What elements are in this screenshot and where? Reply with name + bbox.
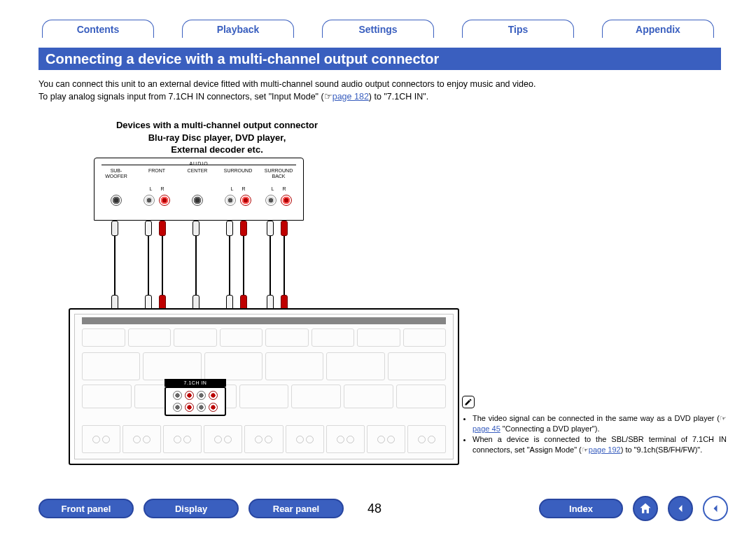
cable-diagram xyxy=(94,221,304,312)
ref-icon: ☞ xyxy=(720,414,727,422)
intro-p2b: ) to "7.1CH IN". xyxy=(369,92,428,102)
jack-center xyxy=(178,195,217,206)
note-1b: "Connecting a DVD player"). xyxy=(500,424,600,433)
rca-jack-red xyxy=(281,195,292,206)
highlight-7ch-label: 7.1CH IN xyxy=(164,379,226,387)
page-title: Connecting a device with a multi-channel… xyxy=(38,48,721,70)
rca-jack-white xyxy=(144,195,155,206)
intro-p1: You can connect this unit to an external… xyxy=(38,78,721,91)
tab-playback[interactable]: Playback xyxy=(182,20,294,38)
rca-jack-white xyxy=(197,403,206,412)
btn-rear-panel[interactable]: Rear panel xyxy=(248,499,344,518)
cable-center xyxy=(176,221,216,312)
lr-r: R xyxy=(282,186,286,191)
page-number: 48 xyxy=(354,501,396,516)
tab-contents[interactable]: Contents xyxy=(42,20,154,38)
col-center: CENTER xyxy=(178,168,217,179)
link-page-192[interactable]: page 192 xyxy=(589,445,621,454)
intro-p2a: To play analog signals input from 7.1CH … xyxy=(38,92,324,102)
cable-surround xyxy=(217,221,256,312)
note-2: When a device is connected to the SBL/SB… xyxy=(472,434,727,455)
lr-labels: LR LR LR xyxy=(94,186,303,191)
device-heading-l1: Devices with a multi-channel output conn… xyxy=(77,119,357,132)
device-heading-l3: External decoder etc. xyxy=(77,144,357,156)
recv-hdmi-row xyxy=(82,328,446,347)
rca-jack-red xyxy=(209,403,218,412)
note-1: The video signal can be connected in the… xyxy=(472,413,727,434)
col-surround: SURROUND xyxy=(218,168,258,179)
bottom-nav: Front panel Display Rear panel 48 Index xyxy=(38,497,728,520)
home-icon[interactable] xyxy=(633,496,658,521)
jack-front xyxy=(137,195,176,206)
link-page-182[interactable]: page 182 xyxy=(332,92,369,102)
link-page-45[interactable]: page 45 xyxy=(472,424,500,433)
highlight-7ch-in xyxy=(164,387,226,416)
rca-jack-white xyxy=(173,403,182,412)
receiver-inner xyxy=(74,314,454,459)
rca-plug-white xyxy=(267,221,274,236)
jack-surround xyxy=(218,195,258,206)
lr-r: R xyxy=(160,186,164,191)
btn-index[interactable]: Index xyxy=(539,499,623,518)
lr-r: R xyxy=(241,186,245,191)
rca-jack xyxy=(111,195,122,206)
rca-plug-red xyxy=(240,221,247,236)
intro-text: You can connect this unit to an external… xyxy=(38,78,721,103)
rca-jack-red xyxy=(185,391,194,400)
pencil-icon xyxy=(462,396,475,408)
src-columns: SUB- WOOFER FRONT CENTER SURROUND SURROU… xyxy=(94,168,303,179)
forward-icon[interactable] xyxy=(703,496,728,521)
back-icon[interactable] xyxy=(668,496,693,521)
col-surround-back: SURROUND BACK xyxy=(259,168,298,179)
rca-plug-white xyxy=(145,221,152,236)
col-subwoofer: SUB- WOOFER xyxy=(97,168,136,179)
rca-plug-red xyxy=(281,221,288,236)
rca-jack-white xyxy=(173,391,182,400)
rca-plug-red xyxy=(159,221,166,236)
rca-jack-red xyxy=(185,403,194,412)
cable-sub xyxy=(95,221,134,312)
rca-jack-white xyxy=(225,195,236,206)
rca-jack-white xyxy=(265,195,276,206)
device-heading-l2: Blu-ray Disc player, DVD player, xyxy=(77,132,357,144)
btn-front-panel[interactable]: Front panel xyxy=(38,499,134,518)
rca-jack-white xyxy=(197,391,206,400)
lr-l: L xyxy=(231,186,234,191)
jack-sub xyxy=(97,195,136,206)
jack-surround-back xyxy=(259,195,298,206)
intro-p2: To play analog signals input from 7.1CH … xyxy=(38,91,721,104)
cable-surround-back xyxy=(258,221,297,312)
rca-jack-red xyxy=(240,195,251,206)
ref-icon: ☞ xyxy=(582,445,589,454)
rca-jack-red xyxy=(209,391,218,400)
tab-appendix[interactable]: Appendix xyxy=(602,20,714,38)
jack-row xyxy=(94,195,303,206)
recv-strip xyxy=(82,317,446,324)
rca-jack-red xyxy=(159,195,170,206)
btn-display[interactable]: Display xyxy=(144,499,239,518)
note-1a: The video signal can be connected in the… xyxy=(472,414,720,422)
lr-l: L xyxy=(272,186,274,191)
rca-plug xyxy=(111,221,118,236)
note-2b: ) to "9.1ch(SB/FH/FW)". xyxy=(621,445,703,454)
rca-plug-white xyxy=(226,221,233,236)
tab-settings[interactable]: Settings xyxy=(322,20,434,38)
lr-l: L xyxy=(150,186,153,191)
col-front: FRONT xyxy=(137,168,176,179)
speaker-terminals xyxy=(82,425,446,453)
audio-divider xyxy=(102,165,296,165)
tab-tips[interactable]: Tips xyxy=(462,20,574,38)
ref-icon: ☞ xyxy=(324,92,332,102)
device-heading: Devices with a multi-channel output conn… xyxy=(77,119,357,156)
notes-list: The video signal can be connected in the… xyxy=(462,413,727,455)
rca-plug xyxy=(192,221,200,236)
source-device-panel: AUDIO SUB- WOOFER FRONT CENTER SURROUND … xyxy=(94,158,304,221)
recv-analog-row xyxy=(82,385,446,408)
top-nav: Contents Playback Settings Tips Appendix xyxy=(0,20,756,41)
recv-io-row xyxy=(82,352,446,380)
cable-front xyxy=(136,221,175,312)
rca-jack xyxy=(192,195,203,206)
receiver-rear-panel: 7.1CH IN xyxy=(69,308,459,465)
